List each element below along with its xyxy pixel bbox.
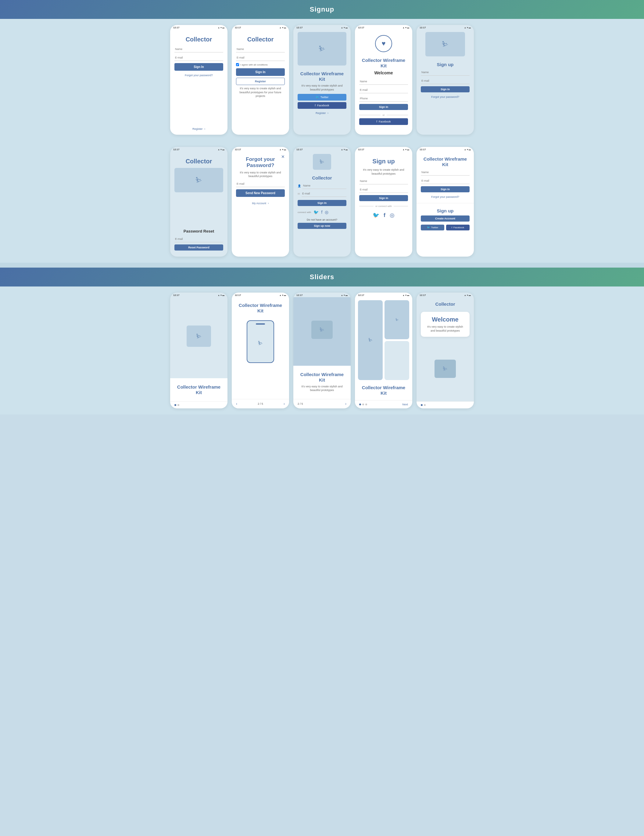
prev-arrow-2[interactable]: ‹ [236,402,237,406]
image-icon-5: ⛷ [441,40,449,49]
heart-icon-4: ♥ [375,35,392,52]
email-input-10[interactable] [421,178,469,184]
phone-password-reset: 12:17 ▲ ♥ ▬ Collector ⛷ Password Reset R… [170,147,227,256]
forgot-password-link-10[interactable]: Forgot your password? [431,195,459,198]
register-link-3[interactable]: Register › [315,111,329,114]
phone-input-4[interactable] [359,95,408,102]
slider-page-3: 2 / 5 [297,402,303,405]
email-input-7[interactable] [236,181,285,187]
or-text-4: or [382,114,384,116]
image-placeholder-6: ⛷ [175,168,223,192]
slider-status-3: 12:17 ▲ ♥ ▬ [293,292,351,297]
name-input-1[interactable] [175,46,223,52]
next-arrow-3[interactable]: › [345,402,347,406]
name-input-10[interactable] [421,169,469,176]
sliders-title: Sliders [0,268,644,286]
twitter-icon-10: 🐦 [427,226,430,229]
app-title-2: Collector [247,36,274,43]
reset-password-btn[interactable]: Reset Password [175,245,223,250]
email-input-2[interactable] [236,55,285,61]
facebook-button-4[interactable]: f Facebook [359,118,408,125]
status-icons-4: ▲ ♥ ▬ [402,26,409,29]
dot-active-1 [175,404,176,406]
signin-button-8[interactable]: Sign In [297,200,347,206]
close-icon-7[interactable]: ✕ [281,154,285,159]
twitter-icon-9[interactable]: 🐦 [373,212,379,219]
register-link-1[interactable]: Register › [193,127,205,131]
sign-up-now-btn[interactable]: Sign up now [297,223,347,229]
slider-page-2: 2 / 5 [258,402,263,405]
facebook-icon-3: f [315,104,315,107]
name-input-5[interactable] [421,69,469,75]
slider-subtitle-3: It's very easy to create stylish and bea… [297,385,347,392]
name-input-8[interactable] [302,183,347,189]
dot-inactive-5 [424,404,426,406]
facebook-icon-9[interactable]: f [384,212,386,219]
name-input-9[interactable] [359,178,408,185]
facebook-button-3[interactable]: f Facebook [297,102,347,109]
no-account-text: Do not have an account? [307,218,337,221]
signin-button-1[interactable]: Sign In [175,63,223,71]
phone-connector-signin: 12:17 ▲ ♥ ▬ ⛷ Collector 👤 ✉ Sign In conn… [293,147,351,256]
facebook-icon-8[interactable]: f [321,210,322,215]
signin-button-10[interactable]: Sign In [421,186,469,192]
slider-image-5: ⛷ [435,360,456,378]
slider-icons-5: ▲ ♥ ▬ [464,294,471,296]
next-arrow-2[interactable]: › [284,402,285,406]
slider-phone-3: 12:17 ▲ ♥ ▬ ⛷ Collector Wireframe Kit It… [293,292,351,408]
status-icons-6: ▲ ♥ ▬ [218,149,224,150]
app-title-1: Collector [186,36,212,43]
image-icon-3: ⛷ [318,44,326,53]
my-account-link[interactable]: My Account › [252,202,269,205]
forgot-password-link-1[interactable]: Forgot your password? [185,74,213,77]
signin-button-2[interactable]: Sign In [236,68,285,76]
name-input-2[interactable] [236,46,285,52]
app-title-4: Collector Wireframe Kit [359,57,408,69]
signin-button-4[interactable]: Sign In [359,104,408,110]
signin-button-9[interactable]: Sign In [359,195,408,201]
instagram-icon-8[interactable]: ◎ [325,210,329,215]
slider-app-name-5: Collector [417,297,474,309]
forgot-password-link-5[interactable]: Forgot your password? [431,95,459,98]
my-account-arrow: › [267,202,269,205]
slider-thumb-icon-left-4: ⛷ [368,337,373,343]
instagram-icon-9[interactable]: ◎ [390,212,395,219]
email-input-6[interactable] [175,236,223,242]
agree-checkbox[interactable] [236,63,239,66]
twitter-button-3[interactable]: 🐦 Twitter [297,94,347,101]
signup-title: Signup [0,0,644,19]
next-btn-4[interactable]: Next [402,403,408,406]
dot-active-5 [421,404,423,406]
email-input-1[interactable] [175,55,223,61]
subtitle-9: It's very easy to create stylish and bea… [359,168,408,176]
create-account-btn[interactable]: Create Account [421,216,469,222]
reset-title-6: Password Reset [183,229,214,233]
twitter-btn-10[interactable]: 🐦 Twitter [421,225,444,230]
slider-status-2: 12:17 ▲ ♥ ▬ [232,292,289,297]
status-icons-10: ▲ ♥ ▬ [464,149,471,150]
card-overlay-5: Welcome It's very easy to create stylish… [421,312,469,337]
status-icons-3: ▲ ♥ ▬ [341,26,348,29]
slider-thumb-right-bottom-4 [384,341,409,380]
slider-dots-5 [421,404,426,406]
email-input-8[interactable] [302,191,347,197]
send-new-password-btn[interactable]: Send New Password [236,189,285,197]
facebook-btn-10[interactable]: f Facebook [446,225,469,230]
slider-status-1: 12:17 ▲ ♥ ▬ [170,292,227,297]
status-bar-2: 12:17 ▲ ♥ ▬ [232,25,289,29]
slider-nav-1 [170,402,227,408]
email-input-4[interactable] [359,87,408,93]
card-subtitle-5: It's very easy to create stylish and bea… [425,325,465,333]
connect-label-8: connect with [297,211,311,214]
phone-7-body: Forgot your Password? It's very easy to … [232,152,289,256]
time-9: 12:17 [358,148,364,151]
email-input-9[interactable] [359,186,408,193]
phone-4-body: ♥ Collector Wireframe Kit Welcome Sign I… [355,29,412,135]
name-input-4[interactable] [359,78,408,85]
register-button[interactable]: Register [236,78,285,85]
twitter-icon-8[interactable]: 🐦 [314,210,319,215]
signin-button-5[interactable]: Sign In [421,86,469,92]
email-input-5[interactable] [421,78,469,84]
dot-inactive-1 [178,404,179,406]
status-bar-6: 12:17 ▲ ♥ ▬ [170,147,227,152]
